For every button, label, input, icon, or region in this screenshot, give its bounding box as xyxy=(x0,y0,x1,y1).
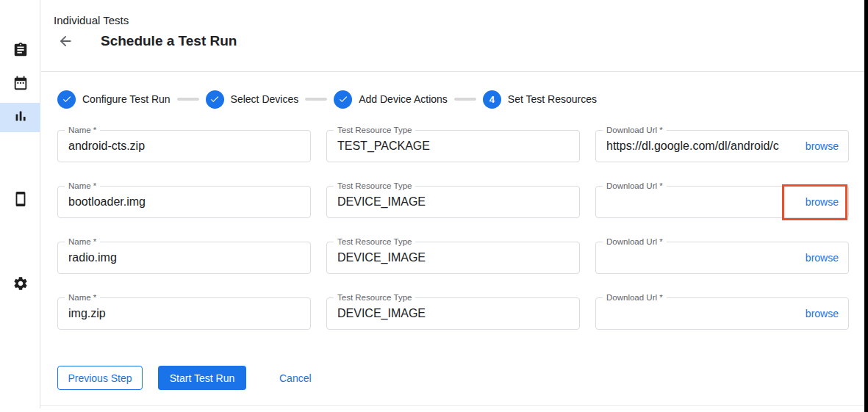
sidebar-item-test-plans[interactable] xyxy=(0,70,40,99)
browse-link[interactable]: browse xyxy=(803,242,839,273)
arrow-back-icon xyxy=(57,39,73,51)
sidebar xyxy=(0,0,40,408)
back-button[interactable] xyxy=(57,33,75,51)
name-field: Name * xyxy=(57,186,311,218)
resource-type-input[interactable] xyxy=(327,131,579,162)
step-set-test-resources[interactable]: 4 Set Test Resources xyxy=(483,90,597,109)
browse-link[interactable]: browse xyxy=(803,298,839,329)
step-check-icon xyxy=(206,90,224,109)
step-label: Select Devices xyxy=(231,93,299,105)
step-number: 4 xyxy=(483,90,501,109)
step-check-icon xyxy=(57,90,76,109)
bar-chart-icon xyxy=(12,108,29,127)
sidebar-item-tests[interactable] xyxy=(0,37,40,66)
name-input[interactable] xyxy=(58,187,310,217)
calendar-icon xyxy=(12,75,29,94)
bottom-divider xyxy=(40,405,864,406)
resource-type-input[interactable] xyxy=(327,298,579,329)
name-field: Name * xyxy=(57,297,311,330)
download-url-field: Download Url * browse xyxy=(595,130,849,162)
step-label: Configure Test Run xyxy=(82,93,171,105)
assignment-icon xyxy=(12,42,29,61)
download-url-field: Download Url * browse xyxy=(595,297,849,330)
download-url-field: Download Url * browse xyxy=(595,242,849,274)
gear-icon xyxy=(12,275,29,294)
step-connector xyxy=(454,98,476,101)
resource-type-input[interactable] xyxy=(327,242,579,273)
right-edge-strip xyxy=(864,0,868,412)
name-input[interactable] xyxy=(58,131,310,162)
browse-link[interactable]: browse xyxy=(803,131,839,162)
name-field: Name * xyxy=(57,130,311,162)
step-add-device-actions[interactable]: Add Device Actions xyxy=(334,90,448,109)
step-check-icon xyxy=(334,90,352,109)
start-test-run-button[interactable]: Start Test Run xyxy=(158,366,246,390)
test-resources-form: Name * Test Resource Type Download Url *… xyxy=(57,130,849,330)
name-field: Name * xyxy=(57,242,311,274)
header-divider xyxy=(41,71,864,72)
sidebar-item-settings[interactable] xyxy=(0,270,40,300)
resource-type-input[interactable] xyxy=(327,187,579,217)
step-connector xyxy=(177,98,199,101)
sidebar-item-test-runs[interactable] xyxy=(0,103,40,132)
breadcrumb: Individual Tests xyxy=(54,14,129,26)
browse-link[interactable]: browse xyxy=(803,187,839,217)
name-input[interactable] xyxy=(58,298,310,329)
step-configure-test-run[interactable]: Configure Test Run xyxy=(57,90,171,109)
resource-type-field: Test Resource Type xyxy=(326,297,580,330)
sidebar-item-devices[interactable] xyxy=(0,186,40,215)
step-select-devices[interactable]: Select Devices xyxy=(206,90,299,109)
smartphone-icon xyxy=(12,191,29,210)
action-bar: Previous Step Start Test Run Cancel xyxy=(57,366,319,390)
previous-step-button[interactable]: Previous Step xyxy=(57,366,143,390)
step-label: Set Test Resources xyxy=(508,93,597,105)
resource-type-field: Test Resource Type xyxy=(326,130,580,162)
name-input[interactable] xyxy=(58,242,310,273)
resource-type-field: Test Resource Type xyxy=(326,242,580,274)
page-title: Schedule a Test Run xyxy=(101,33,237,49)
resource-type-field: Test Resource Type xyxy=(326,186,580,218)
download-url-field: Download Url * browse xyxy=(595,186,849,218)
cancel-button[interactable]: Cancel xyxy=(272,366,319,390)
step-connector xyxy=(305,98,327,101)
step-label: Add Device Actions xyxy=(359,93,448,105)
stepper: Configure Test Run Select Devices Add De… xyxy=(57,90,597,109)
